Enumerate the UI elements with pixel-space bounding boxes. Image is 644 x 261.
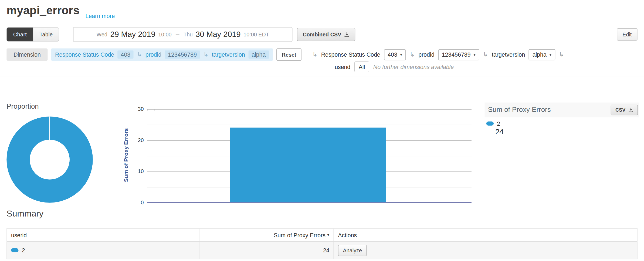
start-time: 10:00 — [158, 31, 172, 37]
dimension-bar-row2: userid All No further dimensions availab… — [335, 61, 454, 72]
breadcrumb-name-status-code[interactable]: Response Status Code — [55, 51, 114, 58]
breadcrumb-value-targetversion[interactable]: alpha — [248, 50, 269, 59]
prodid-select[interactable]: 123456789 ▾ — [438, 49, 479, 60]
download-icon — [344, 32, 350, 37]
y-tick-0: 0 — [125, 200, 144, 206]
summary-table-header: userid Sum of Proxy Errors ▾ Actions — [6, 228, 637, 242]
no-more-dimensions-text: No further dimensions available — [373, 64, 454, 70]
breadcrumb-name-targetversion[interactable]: targetversion — [212, 51, 245, 58]
proportion-label: Proportion — [6, 102, 39, 111]
cell-sum: 24 — [200, 242, 334, 259]
legend-value: 24 — [495, 128, 503, 136]
selector-label-targetversion: targetversion — [492, 51, 525, 58]
axis-tick — [154, 109, 155, 111]
donut-hole — [30, 140, 70, 180]
reset-button[interactable]: Reset — [276, 49, 301, 61]
report-page: myapi_errors Learn more Chart Table Wed … — [0, 0, 644, 261]
summary-table: userid Sum of Proxy Errors ▾ Actions 2 2… — [6, 228, 637, 259]
y-tick-30: 30 — [125, 106, 144, 112]
bar[interactable] — [230, 128, 386, 202]
legend-label: 2 — [497, 120, 500, 127]
toolbar: Chart Table Wed 29 May 2019 10:00 – Thu … — [0, 27, 644, 42]
analyze-button[interactable]: Analyze — [338, 245, 367, 256]
column-header-actions: Actions — [334, 229, 638, 241]
selector-label-prodid: prodid — [418, 51, 434, 58]
download-icon — [628, 108, 633, 112]
start-date: 29 May 2019 — [110, 30, 155, 39]
targetversion-select-value: alpha — [533, 51, 547, 58]
date-range-picker[interactable]: Wed 29 May 2019 10:00 – Thu 30 May 2019 … — [73, 27, 293, 42]
end-date: 30 May 2019 — [195, 30, 240, 39]
chart-view-button[interactable]: Chart — [6, 28, 33, 42]
end-day: Thu — [184, 31, 193, 37]
userid-filter[interactable]: All — [354, 61, 369, 72]
targetversion-select[interactable]: alpha ▾ — [529, 49, 555, 60]
cell-userid: 2 — [7, 242, 200, 259]
legend-panel-title: Sum of Proxy Errors — [488, 106, 551, 114]
breadcrumb-value-prodid[interactable]: 123456789 — [165, 50, 200, 59]
proportion-panel — [6, 112, 115, 204]
edit-button[interactable]: Edit — [617, 28, 638, 41]
cell-userid-value: 2 — [22, 247, 25, 253]
legend-swatch — [486, 121, 494, 125]
prodid-select-value: 123456789 — [442, 51, 471, 58]
caret-down-icon: ▾ — [400, 52, 402, 57]
gridline-25 — [147, 125, 472, 125]
bar-plot — [147, 109, 472, 203]
breadcrumb-value-status-code[interactable]: 403 — [117, 50, 134, 59]
level-down-icon: ↳ — [203, 51, 208, 58]
start-day: Wed — [96, 31, 107, 37]
table-row: 2 24 Analyze — [6, 242, 637, 259]
dimension-bar: Dimension Response Status Code 403 ↳ pro… — [6, 49, 564, 61]
combined-csv-label: Combined CSV — [303, 31, 341, 37]
legend-panel-header: Sum of Proxy Errors CSV — [485, 102, 639, 117]
level-down-icon: ↳ — [483, 51, 488, 58]
caret-down-icon: ▾ — [549, 52, 551, 57]
combined-csv-button[interactable]: Combined CSV — [297, 28, 355, 41]
status-code-select-value: 403 — [388, 51, 397, 58]
axis-tick — [147, 109, 148, 111]
y-tick-20: 20 — [125, 137, 144, 143]
learn-more-link[interactable]: Learn more — [86, 13, 115, 19]
caret-down-icon: ▾ — [473, 52, 476, 57]
legend-item[interactable]: 2 — [486, 120, 500, 127]
cell-actions: Analyze — [334, 242, 638, 259]
column-header-userid[interactable]: userid — [7, 229, 200, 241]
sort-desc-icon: ▾ — [327, 232, 329, 238]
y-tick-10: 10 — [125, 168, 144, 174]
dimension-selectors: ↳ Response Status Code 403 ▾ ↳ prodid 12… — [312, 49, 564, 60]
gridline-30 — [147, 109, 472, 110]
date-range-separator: – — [174, 31, 181, 38]
donut-chart[interactable] — [6, 116, 93, 203]
csv-label: CSV — [615, 107, 626, 113]
x-axis-baseline — [147, 202, 472, 203]
level-down-icon: ↳ — [137, 51, 142, 58]
level-down-icon: ↳ — [312, 51, 317, 58]
status-code-select[interactable]: 403 ▾ — [384, 49, 406, 60]
userid-label: userid — [335, 64, 350, 70]
divider — [0, 76, 644, 77]
selector-label-status-code: Response Status Code — [321, 51, 380, 58]
column-header-sum[interactable]: Sum of Proxy Errors ▾ — [200, 229, 334, 241]
level-down-icon: ↳ — [559, 51, 564, 58]
column-header-sum-label: Sum of Proxy Errors — [274, 232, 326, 238]
view-toggle: Chart Table — [6, 28, 59, 42]
row-swatch — [11, 248, 18, 252]
csv-button[interactable]: CSV — [611, 105, 638, 115]
dimension-breadcrumb: Response Status Code 403 ↳ prodid 123456… — [51, 49, 273, 61]
end-time: 10:00 EDT — [243, 31, 269, 37]
page-title: myapi_errors — [6, 4, 79, 17]
summary-title: Summary — [6, 209, 43, 219]
level-down-icon: ↳ — [409, 51, 415, 58]
dimension-label: Dimension — [6, 49, 48, 61]
breadcrumb-name-prodid[interactable]: prodid — [145, 51, 161, 58]
table-view-button[interactable]: Table — [33, 28, 59, 42]
